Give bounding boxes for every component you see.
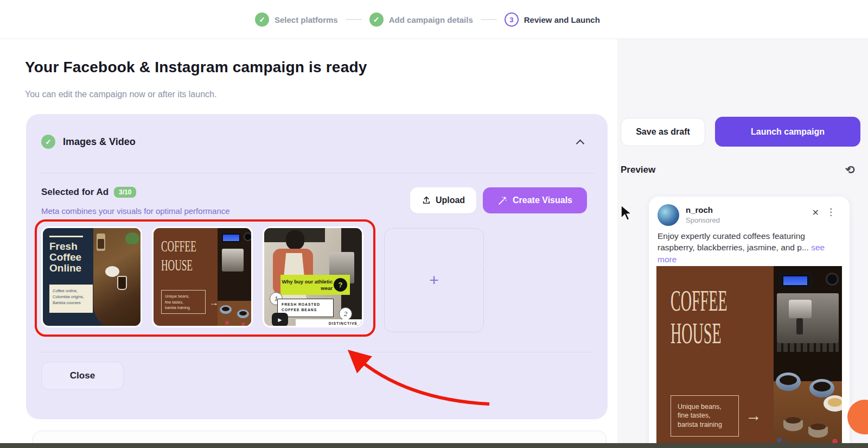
thumb1-heading: Fresh Coffee Online [49,241,81,273]
step-connector [481,19,497,20]
arrow-right-icon: → [745,406,762,425]
check-icon: ✓ [369,12,384,27]
lcd-display [782,275,808,286]
ad-brown-panel: COFFEE HOUSE Unique beans, fine tastes, … [656,266,774,448]
coffee-cup [220,305,232,314]
coffee-cup [809,379,834,397]
group-head [789,300,812,318]
video-caption-2: DISTINCTIVE ORIGINS [296,319,362,327]
blueberry [777,438,782,443]
video-banner: Why buy our athletic wear ? [280,275,350,295]
coffee-cup [776,373,801,391]
ad-body-copy: Enjoy expertly curated coffees featuring… [658,231,809,252]
close-button[interactable]: Close [41,362,124,390]
page-title: Your Facebook & Instagram campaign is re… [25,59,367,76]
chevron-up-icon[interactable] [577,139,584,146]
upload-label: Upload [436,195,465,205]
check-icon: ✓ [41,135,55,149]
selected-for-ad-row: Selected for Ad 3/10 [41,187,136,198]
close-icon[interactable]: ✕ [812,207,819,218]
ad-thumbnail-fresh-coffee-online[interactable]: Fresh Coffee Online Coffee online, Colom… [41,226,142,327]
arrow-right-icon: → [209,297,219,308]
create-visuals-label: Create Visuals [513,195,572,205]
barista-head [286,230,304,250]
lcd-display [222,234,240,242]
coffee-cup [237,310,249,318]
drip-tray [777,343,839,352]
question-icon: ? [334,278,347,292]
step-2-badge: 2 [339,307,352,320]
launch-campaign-button[interactable]: Launch campaign [715,117,860,147]
lcd-bezel [778,273,813,289]
step-label: Select platforms [275,15,338,24]
divider [39,352,595,352]
save-as-draft-button[interactable]: Save as draft [621,118,705,146]
latte-cup [824,395,842,412]
campaign-review-page: ✓ Select platforms ✓ Add campaign detail… [0,0,868,448]
coffee-cup [105,266,119,277]
sponsored-label: Sponsored [686,216,720,224]
plus-icon: + [429,271,439,289]
topbar: ✓ Select platforms ✓ Add campaign detail… [0,0,868,39]
plant [125,232,139,244]
ad-body-text: Enjoy expertly curated coffees featuring… [658,230,837,265]
divider [39,173,595,173]
thumb1-caption-box: Coffee online, Colombia origins, Barista… [49,285,93,313]
account-name: n_roch [686,205,713,214]
cocoa-bowl [808,427,828,438]
decorative-rule [49,236,83,237]
page-subtitle: You can edit the campaign now or after i… [25,90,216,99]
ad-preview-card: n_roch Sponsored ✕ ⋮ Enjoy expertly cura… [649,197,850,448]
coffee-glass [117,276,127,290]
step-number-badge: 3 [505,12,519,27]
step-label: Add campaign details [389,15,473,24]
coffee-jar [97,234,105,251]
step-add-campaign-details[interactable]: ✓ Add campaign details [369,12,473,27]
magic-wand-icon [497,195,508,206]
thumb2-heading: COFFEE HOUSE [161,237,196,274]
section-title: Images & Video [63,136,136,148]
refresh-icon[interactable]: ⟳ [842,162,858,178]
ad-caption-box: Unique beans, fine tastes, barista train… [671,395,739,437]
panel-header: ✓ Images & Video [41,135,136,149]
machine-knob [826,273,839,286]
create-visuals-button[interactable]: Create Visuals [483,187,587,213]
ad-creative-image: COFFEE HOUSE Unique beans, fine tastes, … [656,266,842,448]
avatar [658,204,679,226]
thumb2-caption-box: Unique beans, fine tastes, barista train… [161,290,206,314]
cocoa-bowl [783,420,803,431]
coffee-photo [93,228,142,327]
ad-heading: COFFEE HOUSE [671,285,727,350]
kebab-menu-icon[interactable]: ⋮ [826,206,835,218]
stepper: ✓ Select platforms ✓ Add campaign detail… [255,0,600,39]
images-video-panel: ✓ Images & Video Selected for Ad 3/10 Me… [26,114,608,419]
step-label: Review and Launch [524,15,600,24]
ad-thumbnail-coffee-house[interactable]: COFFEE HOUSE Unique beans, fine tastes, … [152,226,253,327]
selected-for-ad-label: Selected for Ad [41,187,108,198]
play-icon[interactable]: ▶ [272,313,288,326]
preview-card-header: n_roch Sponsored ✕ ⋮ [658,203,842,227]
portafilter [796,318,803,335]
check-icon: ✓ [255,12,269,27]
berry [225,321,229,325]
machine-knob [244,232,252,241]
add-visual-tile[interactable]: + [384,228,484,332]
espresso-machine-photo [218,228,253,327]
ad-thumbnail-video[interactable]: Why buy our athletic wear ? 1 FRESH ROAS… [263,226,363,327]
upload-button[interactable]: Upload [410,187,476,213]
selected-count-badge: 3/10 [114,187,136,198]
step-select-platforms[interactable]: ✓ Select platforms [255,12,338,27]
step-connector [346,19,362,20]
machine-body [222,249,244,272]
bottom-edge-strip [0,443,868,448]
preview-title: Preview [621,165,655,175]
berry [241,323,245,326]
step-review-and-launch[interactable]: 3 Review and Launch [505,12,600,27]
ad-photo-panel [774,266,842,448]
upload-icon [422,195,431,205]
meta-note: Meta combines your visuals for optimal p… [41,206,230,216]
